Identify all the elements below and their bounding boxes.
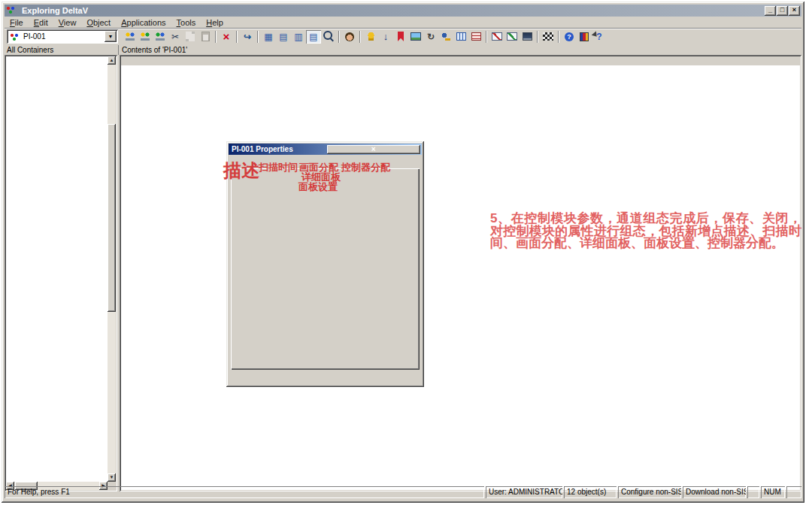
annotation-note-5: 5、在控制模块参数，通道组态完成后，保存、关闭，对控制模块的属性进行组态，包括新… — [490, 213, 801, 250]
delete-icon[interactable] — [219, 30, 234, 44]
status-empty-2 — [786, 486, 801, 498]
toolbar-separator — [486, 31, 487, 43]
title-bar[interactable]: Exploring DeltaV _ □ × — [5, 5, 801, 17]
minimize-button[interactable]: _ — [765, 6, 776, 16]
status-empty-1 — [747, 486, 759, 498]
toolbar-separator — [236, 31, 238, 43]
toolbar-separator — [359, 31, 361, 43]
paste-icon — [198, 30, 213, 44]
status-object-count: 12 object(s) — [564, 486, 617, 498]
large-icons-icon[interactable] — [261, 30, 276, 44]
close-button[interactable]: × — [789, 6, 800, 16]
scroll-up-icon[interactable]: ▲ — [108, 56, 116, 65]
recycle-icon[interactable] — [423, 30, 438, 44]
film-icon[interactable] — [541, 30, 556, 44]
menu-bar: FileEditViewObjectApplicationsToolsHelp — [5, 17, 801, 28]
pane-headers: All Containers Contents of 'PI-001' — [5, 45, 801, 55]
status-bar: For Help, press F1 User: ADMINISTRATOR 1… — [5, 486, 801, 498]
context-help-icon[interactable] — [592, 30, 607, 44]
annotation-describe: 描述 — [223, 159, 259, 183]
history-view-icon[interactable] — [453, 30, 468, 44]
toolbar-separator — [338, 31, 340, 43]
download-icon[interactable] — [378, 30, 393, 44]
alarm-bell-icon[interactable] — [363, 30, 378, 44]
screen: Exploring DeltaV _ □ × FileEditViewObjec… — [0, 0, 812, 508]
scroll-down-icon[interactable]: ▼ — [108, 473, 116, 482]
status-download-mode: Download non-SIS — [683, 486, 746, 498]
dialog-title: PI-001 Properties — [232, 145, 326, 153]
help-icon[interactable] — [562, 30, 577, 44]
chart-edit-icon[interactable] — [504, 30, 520, 44]
app-icon — [6, 6, 17, 15]
annotation-scan-time: 扫描时间 — [259, 161, 298, 174]
window-title: Exploring DeltaV — [22, 6, 764, 15]
contents-list-pane — [120, 55, 801, 491]
parameters-table — [121, 56, 800, 490]
right-pane-header: Contents of 'PI-001' — [118, 45, 801, 55]
containers-tree-pane: ▲ ▼ ◀ ▶ — [5, 55, 117, 491]
containers-tree — [6, 56, 108, 482]
security-icon[interactable] — [438, 30, 453, 44]
context-combobox[interactable]: PI-001 ▼ — [7, 29, 118, 44]
menu-item-edit[interactable]: Edit — [29, 17, 53, 28]
toolbar-separator — [215, 31, 217, 43]
menu-item-object[interactable]: Object — [81, 17, 116, 28]
restore-button[interactable]: □ — [777, 6, 788, 16]
user-profile-icon[interactable] — [342, 30, 357, 44]
filter-icon[interactable] — [321, 30, 336, 44]
monitor-icon[interactable] — [520, 30, 535, 44]
chevron-down-icon[interactable]: ▼ — [105, 31, 117, 42]
toolbar-separator — [537, 31, 538, 43]
status-configure-mode: Configure non-SIS — [618, 486, 681, 498]
menu-item-file[interactable]: File — [5, 17, 29, 28]
bookmark-icon[interactable] — [393, 30, 408, 44]
details-view-icon[interactable] — [306, 30, 321, 44]
explore-area-icon[interactable] — [138, 30, 153, 44]
status-help-text: For Help, press F1 — [5, 486, 484, 498]
menu-item-applications[interactable]: Applications — [116, 17, 171, 28]
annotation-panel-setup: 面板设置 — [298, 180, 338, 194]
vertical-scroll-thumb[interactable] — [108, 124, 116, 312]
menu-item-tools[interactable]: Tools — [171, 17, 201, 28]
explore-system-icon[interactable] — [153, 30, 168, 44]
copy-icon — [183, 30, 198, 44]
batch-view-icon[interactable] — [468, 30, 483, 44]
tree-vertical-scrollbar[interactable]: ▲ ▼ — [108, 56, 116, 482]
combobox-value: PI-001 — [23, 32, 105, 41]
menu-item-help[interactable]: Help — [201, 17, 229, 28]
table-header-row — [121, 56, 800, 65]
status-user: User: ADMINISTRATOR — [486, 486, 562, 498]
dialog-tab-page — [231, 168, 420, 370]
dialog-close-icon[interactable]: × — [327, 145, 421, 154]
toolbar-separator — [558, 31, 559, 43]
small-icons-icon[interactable] — [276, 30, 291, 44]
dialog-title-bar[interactable]: PI-001 Properties × — [229, 144, 422, 155]
trend-chart-icon[interactable] — [489, 30, 504, 44]
assign-icon[interactable] — [240, 30, 255, 44]
module-icon — [10, 33, 19, 41]
status-numlock: NUM — [761, 486, 785, 498]
toolbar-separator — [257, 31, 259, 43]
list-view-icon[interactable] — [291, 30, 306, 44]
explore-module-icon[interactable] — [123, 30, 138, 44]
cut-icon[interactable] — [168, 30, 183, 44]
dialog-buttons — [231, 353, 415, 365]
menu-item-view[interactable]: View — [53, 17, 82, 28]
books-icon[interactable] — [577, 30, 592, 44]
toolbar: PI-001 ▼ — [5, 28, 801, 45]
left-pane-header: All Containers — [5, 45, 118, 55]
annotation-controller-assign: 控制器分配 — [341, 161, 390, 174]
picture-icon[interactable] — [408, 30, 423, 44]
